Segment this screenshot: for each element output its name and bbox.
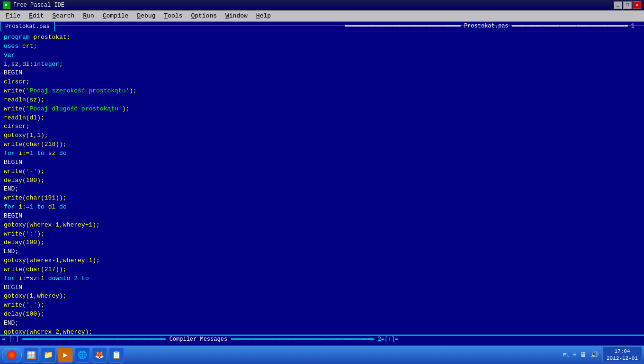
- code-line: for i:=sz+1 downto 2 to: [4, 274, 640, 283]
- code-line: readln(sz);: [4, 96, 640, 105]
- code-line: readln(dl);: [4, 114, 640, 123]
- compiler-right-border: ════════════════════════════════════════…: [231, 336, 398, 343]
- code-line: BEGIN: [4, 283, 640, 292]
- keyboard-icon: ⌨: [573, 352, 576, 358]
- code-line: for i:=1 to sz do: [4, 149, 640, 158]
- compiler-left-border: = [·] ══════════════════════════════════…: [2, 336, 166, 343]
- volume-icon[interactable]: 🔊: [590, 351, 599, 359]
- taskbar: 🪟 📁 ▶ 🌐 🦊 📋 PL ⌨ 🖥 🔊 17:04 2012-12-01: [0, 345, 644, 364]
- code-line: END;: [4, 319, 640, 328]
- code-line: gotoxy(wherex-1,wherey+1);: [4, 221, 640, 230]
- menu-window[interactable]: Window: [222, 11, 251, 20]
- code-line: program prostokat;: [4, 33, 640, 42]
- menu-run[interactable]: Run: [79, 11, 98, 20]
- taskbar-icon-media[interactable]: ▶: [58, 347, 73, 363]
- taskbar-right: PL ⌨ 🖥 🔊 17:04 2012-12-01: [563, 346, 642, 363]
- maximize-button[interactable]: □: [623, 1, 632, 9]
- code-line: write(char(218));: [4, 140, 640, 149]
- start-button[interactable]: [2, 348, 22, 362]
- titlebar-left: ▶ Free Pascal IDE: [3, 1, 64, 9]
- clock-date: 2012-12-01: [607, 355, 638, 362]
- code-line: delay(100);: [4, 310, 640, 319]
- menu-compile[interactable]: Compile: [99, 11, 133, 20]
- code-line: gotoxy(i,wherey);: [4, 292, 640, 301]
- network-icon: 🖥: [580, 351, 587, 359]
- code-line: clrscr;: [4, 78, 640, 87]
- code-line: BEGIN: [4, 158, 640, 167]
- tab-bar: Prostokat.pas ══════════════════════════…: [0, 22, 644, 31]
- editor-container: Prostokat.pas ══════════════════════════…: [0, 22, 644, 335]
- code-line: delay(100);: [4, 238, 640, 247]
- close-button[interactable]: ✕: [633, 1, 641, 9]
- code-line: END;: [4, 247, 640, 256]
- taskbar-icon-explorer[interactable]: 📁: [41, 347, 56, 363]
- code-line: uses crt;: [4, 42, 640, 51]
- code-line: for i:=1 to dl do: [4, 203, 640, 212]
- code-line: write('-');: [4, 301, 640, 310]
- code-editor[interactable]: program prostokat; uses crt; var i,sz,dl…: [0, 31, 644, 335]
- taskbar-icon-windows[interactable]: 🪟: [24, 347, 39, 363]
- menu-file[interactable]: File: [2, 11, 24, 20]
- app-icon: ▶: [3, 1, 10, 9]
- minimize-button[interactable]: _: [614, 1, 622, 9]
- compiler-title: Compiler Messages: [166, 336, 231, 343]
- editor-tab[interactable]: Prostokat.pas: [0, 22, 55, 31]
- clock-time: 17:04: [607, 348, 638, 355]
- code-line: BEGIN: [4, 69, 640, 78]
- taskbar-icon-firefox[interactable]: 🦊: [92, 347, 107, 363]
- titlebar: ▶ Free Pascal IDE _ □ ✕: [0, 0, 644, 10]
- code-line: write('Podaj szerokość prostokątu');: [4, 87, 640, 96]
- code-line: gotoxy(wherex-2,wherey);: [4, 328, 640, 335]
- menu-debug[interactable]: Debug: [133, 11, 159, 20]
- code-line: var: [4, 51, 640, 60]
- menu-options[interactable]: Options: [187, 11, 221, 20]
- code-line: write('-');: [4, 167, 640, 176]
- code-line: i,sz,dl:integer;: [4, 60, 640, 69]
- code-line: write(char(191));: [4, 194, 640, 203]
- tab-line-col: ══════════════════════════════════ Prost…: [345, 23, 635, 29]
- language-indicator: PL: [563, 352, 569, 358]
- code-line: write(char(217));: [4, 265, 640, 274]
- taskbar-icon-app[interactable]: 📋: [109, 347, 124, 363]
- code-line: gotoxy(1,1);: [4, 131, 640, 140]
- menu-search[interactable]: Search: [48, 11, 78, 20]
- code-line: clrscr;: [4, 122, 640, 131]
- system-clock: 17:04 2012-12-01: [602, 346, 642, 363]
- menu-help[interactable]: Help: [252, 11, 275, 20]
- code-line: delay(100);: [4, 176, 640, 185]
- code-line: BEGIN: [4, 212, 640, 221]
- code-line: gotoxy(wherex-1,wherey+1);: [4, 256, 640, 265]
- code-line: write(':');: [4, 230, 640, 239]
- windows-logo-icon: [7, 350, 17, 360]
- code-line: write('Podaj długość prostokątu');: [4, 105, 640, 114]
- menubar: File Edit Search Run Compile Debug Tools…: [0, 10, 644, 22]
- titlebar-title: Free Pascal IDE: [13, 2, 64, 9]
- menu-tools[interactable]: Tools: [160, 11, 186, 20]
- titlebar-controls: _ □ ✕: [614, 1, 641, 9]
- taskbar-icon-chrome[interactable]: 🌐: [75, 347, 90, 363]
- tab-filename: Prostokat.pas: [5, 23, 50, 30]
- code-line: END;: [4, 185, 640, 194]
- menu-edit[interactable]: Edit: [25, 11, 47, 20]
